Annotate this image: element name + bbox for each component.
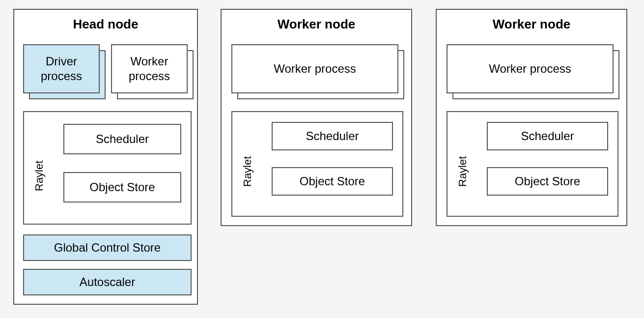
worker1-process-stack: Worker process — [231, 44, 408, 99]
worker-node-2: Worker node Worker process Raylet Schedu… — [436, 9, 627, 226]
worker2-raylet-label: Raylet — [456, 156, 469, 187]
head-object-store-box: Object Store — [63, 172, 181, 202]
worker2-raylet-box: Raylet Scheduler Object Store — [447, 111, 618, 217]
architecture-diagram: Head node Driver process Worker process … — [0, 0, 644, 318]
driver-process-stack: Driver process — [23, 44, 106, 99]
worker1-raylet-label: Raylet — [241, 156, 254, 187]
head-node: Head node Driver process Worker process … — [13, 9, 198, 305]
autoscaler-box: Autoscaler — [23, 269, 192, 295]
worker2-object-store-box: Object Store — [487, 167, 608, 196]
head-node-title: Head node — [14, 10, 197, 32]
global-control-store-box: Global Control Store — [23, 234, 192, 261]
worker2-process-box: Worker process — [447, 44, 614, 93]
worker2-process-stack: Worker process — [447, 44, 623, 99]
worker2-scheduler-box: Scheduler — [487, 122, 608, 150]
worker1-object-store-box: Object Store — [272, 167, 393, 196]
worker-node-2-title: Worker node — [437, 10, 626, 32]
head-worker-process-box: Worker process — [111, 44, 188, 93]
worker-node-1: Worker node Worker process Raylet Schedu… — [221, 9, 412, 226]
driver-process-box: Driver process — [23, 44, 100, 93]
head-scheduler-box: Scheduler — [63, 124, 181, 154]
worker1-raylet-box: Raylet Scheduler Object Store — [231, 111, 403, 217]
head-worker-process-stack: Worker process — [111, 44, 194, 99]
head-raylet-box: Raylet Scheduler Object Store — [23, 111, 192, 225]
worker-node-1-title: Worker node — [222, 10, 411, 32]
head-raylet-label: Raylet — [33, 161, 46, 191]
worker1-process-box: Worker process — [231, 44, 398, 93]
worker1-scheduler-box: Scheduler — [272, 122, 393, 150]
